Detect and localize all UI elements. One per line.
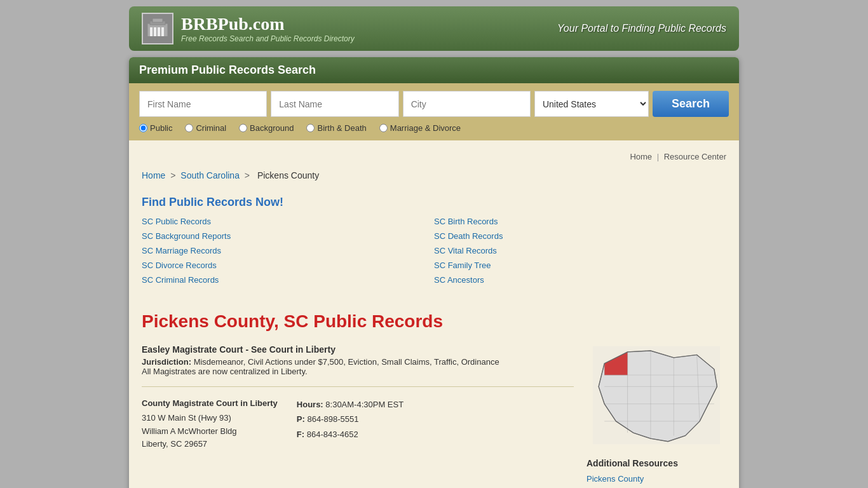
logo-text: BRBPub.com Free Records Search and Publi…: [181, 14, 355, 43]
site-header: BRBPub.com Free Records Search and Publi…: [129, 6, 739, 51]
content-right: Additional Resources Pickens County: [587, 344, 726, 484]
content-left: Easley Magistrate Court - See Court in L…: [142, 344, 574, 484]
link-sc-birth-records[interactable]: SC Birth Records: [434, 215, 726, 227]
search-bar-header: Premium Public Records Search: [129, 57, 739, 83]
jurisdiction-label: Jurisdiction:: [142, 357, 191, 367]
court2-hours: Hours: 8:30AM-4:30PM EST P: 864-898-5551…: [297, 397, 403, 451]
jurisdiction-text: Misdemeanor, Civil Actions under $7,500,…: [194, 357, 499, 367]
radio-criminal[interactable]: Criminal: [185, 123, 226, 133]
breadcrumb-state[interactable]: South Carolina: [180, 170, 240, 180]
main-container: Premium Public Records Search United Sta…: [129, 57, 739, 488]
breadcrumb: Home > South Carolina > Pickens County: [142, 165, 726, 189]
additional-resources-title: Additional Resources: [587, 458, 726, 468]
first-name-input[interactable]: [139, 91, 267, 117]
link-sc-marriage-records[interactable]: SC Marriage Records: [142, 245, 434, 257]
link-sc-public-records[interactable]: SC Public Records: [142, 215, 434, 227]
link-sc-family-tree[interactable]: SC Family Tree: [434, 259, 726, 271]
breadcrumb-county: Pickens County: [257, 170, 319, 180]
last-name-input[interactable]: [271, 91, 398, 117]
content-area: Home | Resource Center Home > South Caro…: [129, 140, 739, 488]
radio-background[interactable]: Background: [239, 123, 294, 133]
svg-rect-6: [161, 27, 164, 37]
phone-value: 864-898-5551: [307, 414, 358, 424]
additional-resources: Additional Resources Pickens County: [587, 458, 726, 484]
nav-home-link[interactable]: Home: [630, 152, 652, 161]
link-sc-ancestors[interactable]: SC Ancestors: [434, 274, 726, 286]
link-sc-background-reports[interactable]: SC Background Reports: [142, 230, 434, 242]
country-select[interactable]: United States: [534, 91, 649, 117]
link-sc-divorce-records[interactable]: SC Divorce Records: [142, 259, 434, 271]
search-form-area: United States Search Public Criminal Bac…: [129, 83, 739, 140]
fax-label: F:: [297, 430, 304, 439]
svg-rect-7: [147, 36, 168, 38]
court2-address-line1: 310 W Main St (Hwy 93): [142, 412, 278, 425]
breadcrumb-sep2: >: [245, 170, 252, 180]
logo-icon: [142, 13, 173, 44]
svg-rect-3: [150, 27, 153, 37]
link-sc-death-records[interactable]: SC Death Records: [434, 230, 726, 242]
hours-value: 8:30AM-4:30PM EST: [325, 400, 403, 409]
court-block-1: Easley Magistrate Court - See Court in L…: [142, 344, 574, 376]
search-inputs-row: United States Search: [139, 91, 729, 117]
nav-separator: |: [657, 152, 659, 161]
court2-phone-row: P: 864-898-5551: [297, 412, 403, 426]
county-title: Pickens County, SC Public Records: [142, 311, 726, 332]
link-sc-criminal-records[interactable]: SC Criminal Records: [142, 274, 434, 286]
map-area: [587, 344, 726, 448]
svg-rect-4: [154, 27, 156, 37]
records-section: Find Public Records Now! SC Public Recor…: [142, 189, 726, 305]
additional-resources-link[interactable]: Pickens County: [587, 474, 644, 484]
radio-birth-death[interactable]: Birth & Death: [306, 123, 366, 133]
city-input[interactable]: [403, 91, 531, 117]
nav-resource-center-link[interactable]: Resource Center: [664, 152, 726, 161]
hours-label: Hours:: [297, 400, 323, 409]
court2-address: County Magistrate Court in Liberty 310 W…: [142, 397, 278, 451]
content-two-col: Easley Magistrate Court - See Court in L…: [142, 344, 726, 484]
court2-details: County Magistrate Court in Liberty 310 W…: [142, 397, 574, 451]
court2-hours-row: Hours: 8:30AM-4:30PM EST: [297, 397, 403, 412]
court2-name: County Magistrate Court in Liberty: [142, 397, 278, 410]
radio-public[interactable]: Public: [139, 123, 172, 133]
radio-row: Public Criminal Background Birth & Death…: [139, 123, 729, 133]
court2-address-line2: William A McWhorter Bldg: [142, 425, 278, 438]
svg-rect-5: [158, 27, 160, 37]
court2-address-line3: Liberty, SC 29657: [142, 438, 278, 451]
search-section-title: Premium Public Records Search: [139, 64, 729, 77]
logo-area: BRBPub.com Free Records Search and Publi…: [142, 13, 355, 44]
court1-jurisdiction: Jurisdiction: Misdemeanor, Civil Actions…: [142, 357, 574, 376]
svg-rect-2: [153, 18, 163, 22]
top-nav-links: Home | Resource Center: [142, 148, 726, 165]
site-name: BRBPub.com: [181, 14, 355, 34]
radio-marriage-divorce[interactable]: Marriage & Divorce: [379, 123, 461, 133]
section-divider: [142, 386, 574, 387]
site-subtitle: Free Records Search and Public Records D…: [181, 34, 355, 43]
records-links-grid: SC Public Records SC Birth Records SC Ba…: [142, 215, 726, 286]
fax-value: 864-843-4652: [307, 430, 358, 439]
sc-map-svg: [593, 344, 720, 446]
phone-label: P:: [297, 414, 305, 424]
records-section-title: Find Public Records Now!: [142, 196, 726, 209]
search-button[interactable]: Search: [653, 91, 729, 117]
link-sc-vital-records[interactable]: SC Vital Records: [434, 245, 726, 257]
court1-name: Easley Magistrate Court - See Court in L…: [142, 344, 574, 355]
breadcrumb-sep1: >: [170, 170, 178, 180]
header-tagline: Your Portal to Finding Public Records: [557, 23, 726, 34]
court2-fax-row: F: 864-843-4652: [297, 427, 403, 442]
court1-note: All Magistrates are now centralized in L…: [142, 367, 308, 376]
breadcrumb-home[interactable]: Home: [142, 170, 165, 180]
